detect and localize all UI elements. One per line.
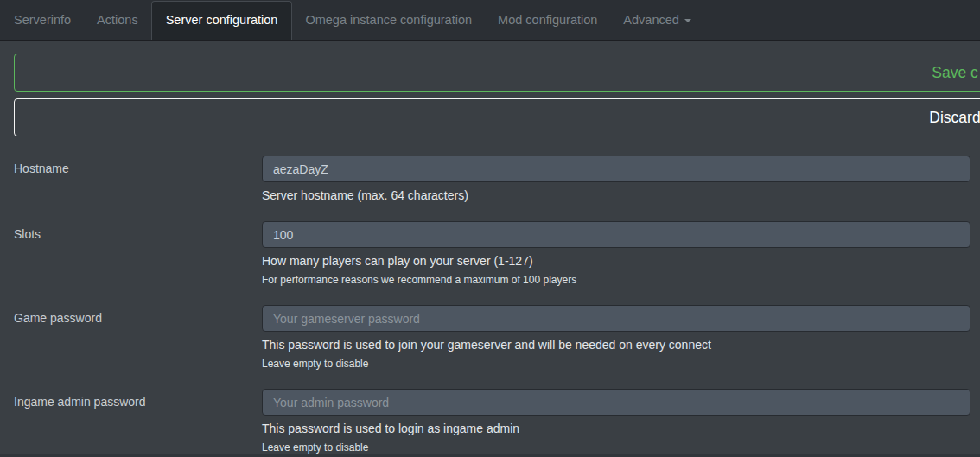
tab-server-configuration[interactable]: Server configuration [151,1,293,40]
game-password-label: Game password [14,305,262,370]
game-password-help: This password is used to join your games… [262,338,970,352]
tab-mod-configuration[interactable]: Mod configuration [485,1,610,40]
admin-password-controls: This password is used to login as ingame… [262,389,970,454]
tab-bar: Serverinfo Actions Server configuration … [0,0,980,41]
admin-password-help: This password is used to login as ingame… [262,422,970,435]
slots-help: How many players can play on your server… [262,254,970,268]
server-configuration-form: Hostname Server hostname (max. 64 charac… [0,156,980,454]
tab-advanced-label: Advanced [623,13,679,27]
hostname-input[interactable] [262,156,970,182]
admin-password-label: Ingame admin password [14,389,262,454]
tab-advanced[interactable]: Advanced [610,1,704,40]
form-row-slots: Slots How many players can play on your … [0,221,980,286]
hostname-help: Server hostname (max. 64 characters) [262,188,970,202]
admin-password-input[interactable] [262,389,970,416]
hostname-label: Hostname [14,156,262,202]
slots-controls: How many players can play on your server… [262,221,970,286]
tab-serverinfo[interactable]: Serverinfo [1,1,84,40]
hostname-controls: Server hostname (max. 64 characters) [262,156,970,202]
game-password-controls: This password is used to join your games… [262,305,970,370]
game-password-note: Leave empty to disable [262,358,970,370]
save-button[interactable]: Save c [14,54,980,92]
chevron-down-icon [684,19,691,22]
tab-omega-instance-configuration[interactable]: Omega instance configuration [292,1,485,40]
slots-label: Slots [14,221,262,286]
tab-actions[interactable]: Actions [84,1,151,40]
discard-button[interactable]: Discard [14,98,980,136]
form-row-game-password: Game password This password is used to j… [0,305,980,370]
action-buttons: Save c Discard [0,41,980,136]
slots-note: For performance reasons we recommend a m… [262,274,970,286]
form-row-hostname: Hostname Server hostname (max. 64 charac… [0,156,980,202]
form-row-admin-password: Ingame admin password This password is u… [0,389,980,454]
game-password-input[interactable] [262,305,970,332]
admin-password-note: Leave empty to disable [262,441,970,454]
slots-input[interactable] [262,221,970,248]
